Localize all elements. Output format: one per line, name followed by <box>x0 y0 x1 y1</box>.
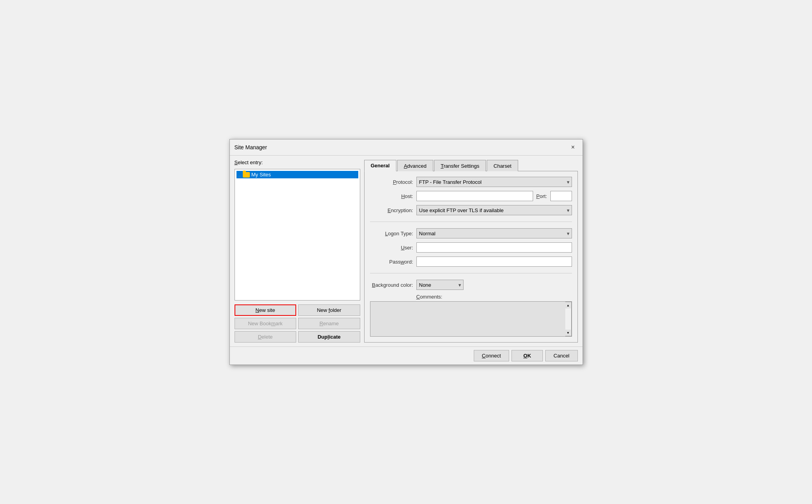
comments-area-container: ▲ ▼ <box>370 301 572 337</box>
password-label: Password: <box>370 259 413 265</box>
tab-transfer-settings[interactable]: Transfer Settings <box>434 160 486 171</box>
protocol-row: Protocol: FTP - File Transfer Protocol S… <box>370 177 572 187</box>
tab-content-general: Protocol: FTP - File Transfer Protocol S… <box>364 171 578 343</box>
encryption-label: Encryption: <box>370 207 413 213</box>
encryption-select[interactable]: Use explicit FTP over TLS if available O… <box>416 205 572 215</box>
rename-button[interactable]: Rename <box>298 318 360 329</box>
close-button[interactable]: × <box>568 143 578 152</box>
port-label: Port: <box>536 193 547 199</box>
delete-button[interactable]: Delete <box>235 331 297 343</box>
protocol-select[interactable]: FTP - File Transfer Protocol SFTP - SSH … <box>416 177 572 187</box>
site-manager-dialog: Site Manager × Select entry: .... My Sit… <box>229 139 583 365</box>
host-label: Host: <box>370 193 413 199</box>
select-entry-label: Select entry: <box>235 159 360 165</box>
cancel-button[interactable]: Cancel <box>545 350 577 361</box>
tree-item-label: My Sites <box>251 172 271 178</box>
encryption-select-wrapper: Use explicit FTP over TLS if available O… <box>416 205 572 215</box>
host-input[interactable] <box>416 191 533 201</box>
new-site-button[interactable]: New site <box>235 304 297 316</box>
protocol-label: Protocol: <box>370 179 413 185</box>
comments-section: Comments: ▲ ▼ <box>370 294 572 337</box>
left-panel: Select entry: .... My Sites New site New… <box>235 159 360 343</box>
logon-type-select[interactable]: Normal Anonymous Ask for password Intera… <box>416 228 572 238</box>
divider-2 <box>370 273 572 273</box>
host-row: Host: Port: <box>370 191 572 201</box>
comments-label: Comments: <box>370 294 572 300</box>
bg-color-row: Background color: None Red Green Blue Ye… <box>370 280 572 290</box>
title-bar: Site Manager × <box>230 139 583 156</box>
tree-dots: .... <box>238 172 241 177</box>
tree-view: .... My Sites <box>235 169 360 301</box>
tab-general[interactable]: General <box>364 160 396 171</box>
password-row: Password: <box>370 257 572 267</box>
scroll-up-arrow[interactable]: ▲ <box>565 302 571 308</box>
folder-icon <box>243 172 250 178</box>
tabs: General Advanced Transfer Settings Chars… <box>364 159 578 171</box>
logon-type-row: Logon Type: Normal Anonymous Ask for pas… <box>370 228 572 238</box>
bg-color-select-wrapper: None Red Green Blue Yellow <box>416 280 464 290</box>
user-label: User: <box>370 245 413 251</box>
connect-button[interactable]: Connect <box>474 350 509 361</box>
divider-1 <box>370 222 572 222</box>
bg-color-label: Background color: <box>370 282 413 288</box>
port-input[interactable] <box>550 191 572 201</box>
bg-color-select[interactable]: None Red Green Blue Yellow <box>416 280 464 290</box>
password-input[interactable] <box>416 257 572 267</box>
new-folder-button[interactable]: New folder <box>298 304 360 316</box>
tab-advanced[interactable]: Advanced <box>397 160 433 171</box>
action-buttons: New site New folder New Bookmark Rename … <box>235 304 360 343</box>
new-bookmark-button[interactable]: New Bookmark <box>235 318 297 329</box>
ok-button[interactable]: OK <box>511 350 543 361</box>
scroll-down-arrow[interactable]: ▼ <box>565 330 571 336</box>
duplicate-button[interactable]: Duplicate <box>298 331 360 343</box>
user-row: User: <box>370 242 572 253</box>
encryption-row: Encryption: Use explicit FTP over TLS if… <box>370 205 572 215</box>
tab-charset[interactable]: Charset <box>487 160 518 171</box>
dialog-content: Select entry: .... My Sites New site New… <box>230 156 583 346</box>
logon-type-select-wrapper: Normal Anonymous Ask for password Intera… <box>416 228 572 238</box>
dialog-footer: Connect OK Cancel <box>230 346 583 365</box>
tree-item-my-sites[interactable]: .... My Sites <box>236 171 358 178</box>
right-panel: General Advanced Transfer Settings Chars… <box>364 159 578 343</box>
scroll-track <box>565 308 571 330</box>
comments-wrapper: ▲ ▼ <box>370 301 572 337</box>
vertical-scrollbar[interactable]: ▲ ▼ <box>565 302 572 336</box>
logon-type-label: Logon Type: <box>370 231 413 236</box>
dialog-title: Site Manager <box>235 144 267 150</box>
user-input[interactable] <box>416 242 572 253</box>
protocol-select-wrapper: FTP - File Transfer Protocol SFTP - SSH … <box>416 177 572 187</box>
comments-textarea[interactable] <box>370 302 565 336</box>
